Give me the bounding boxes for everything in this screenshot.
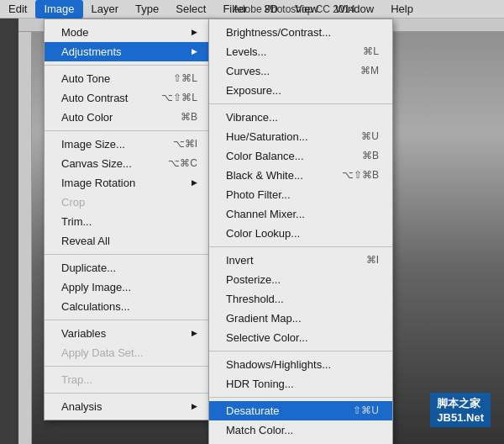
adj-invert-label: Invert <box>226 252 254 268</box>
menu-3d[interactable]: 3D <box>255 0 286 18</box>
adj-shadows-highlights-label: Shadows/Highlights... <box>226 357 331 373</box>
adj-curves[interactable]: Curves... ⌘M <box>209 61 392 81</box>
menu-filter[interactable]: Filter <box>214 0 255 18</box>
adj-exposure[interactable]: Exposure... <box>209 81 392 100</box>
menu-item-variables[interactable]: Variables <box>45 324 211 343</box>
adj-photo-filter[interactable]: Photo Filter... <box>209 185 392 204</box>
image-menu-dropdown: Mode Adjustments Auto Tone ⇧⌘L Auto Cont… <box>44 18 212 420</box>
menu-item-duplicate[interactable]: Duplicate... <box>45 258 211 278</box>
menu-item-auto-tone-label: Auto Tone <box>61 71 110 87</box>
menu-item-mode[interactable]: Mode <box>45 23 211 42</box>
menu-item-trim[interactable]: Trim... <box>45 212 211 231</box>
separator-6 <box>45 393 211 394</box>
menu-item-canvas-size-shortcut: ⌥⌘C <box>168 156 197 172</box>
adj-hue-saturation-shortcut: ⌘U <box>361 129 379 145</box>
menu-item-apply-image[interactable]: Apply Image... <box>45 278 211 297</box>
menu-item-calculations-label: Calculations... <box>61 299 130 314</box>
menu-window[interactable]: Window <box>327 0 382 18</box>
menu-item-analysis[interactable]: Analysis <box>45 397 211 416</box>
adj-posterize[interactable]: Posterize... <box>209 270 392 289</box>
menubar: Edit Image Layer Type Select Filter 3D V… <box>0 0 504 18</box>
menu-item-canvas-size[interactable]: Canvas Size... ⌥⌘C <box>45 154 211 173</box>
menu-item-canvas-size-label: Canvas Size... <box>61 156 132 172</box>
menu-type[interactable]: Type <box>127 0 167 18</box>
adj-color-balance[interactable]: Color Balance... ⌘B <box>209 146 392 166</box>
menu-select[interactable]: Select <box>167 0 214 18</box>
menu-item-image-size-label: Image Size... <box>61 136 125 152</box>
adj-photo-filter-label: Photo Filter... <box>226 187 291 203</box>
adj-gradient-map-label: Gradient Map... <box>226 310 302 326</box>
adj-shadows-highlights[interactable]: Shadows/Highlights... <box>209 355 392 374</box>
menu-item-apply-data-set[interactable]: Apply Data Set... <box>45 343 211 362</box>
menu-item-variables-label: Variables <box>61 325 106 341</box>
adj-hdr-toning[interactable]: HDR Toning... <box>209 374 392 394</box>
menu-item-image-size[interactable]: Image Size... ⌥⌘I <box>45 135 211 154</box>
menu-item-mode-label: Mode <box>61 24 89 40</box>
menu-item-trap[interactable]: Trap... <box>45 370 211 389</box>
menu-item-auto-tone-shortcut: ⇧⌘L <box>173 71 197 87</box>
adj-brightness-contrast-label: Brightness/Contrast... <box>226 24 331 40</box>
menu-item-apply-image-label: Apply Image... <box>61 279 131 295</box>
adj-black-white-label: Black & White... <box>226 167 303 183</box>
adj-hue-saturation[interactable]: Hue/Saturation... ⌘U <box>209 127 392 146</box>
adj-brightness-contrast[interactable]: Brightness/Contrast... <box>209 23 392 42</box>
adj-desaturate-label: Desaturate <box>226 403 280 419</box>
adj-black-white-shortcut: ⌥⇧⌘B <box>342 167 379 183</box>
separator-4 <box>45 320 211 320</box>
watermark-line2: JB51.Net <box>437 411 484 424</box>
adj-invert[interactable]: Invert ⌘I <box>209 251 392 270</box>
adj-levels[interactable]: Levels... ⌘L <box>209 42 392 61</box>
adj-levels-label: Levels... <box>226 44 266 60</box>
adj-desaturate[interactable]: Desaturate ⇧⌘U <box>209 401 392 420</box>
menu-edit[interactable]: Edit <box>0 0 35 18</box>
menu-image[interactable]: Image <box>35 0 82 18</box>
adj-channel-mixer-label: Channel Mixer... <box>226 206 305 222</box>
separator-1 <box>45 65 211 66</box>
menu-item-adjustments[interactable]: Adjustments <box>45 42 211 61</box>
menu-item-auto-contrast[interactable]: Auto Contrast ⌥⇧⌘L <box>45 88 211 108</box>
adj-threshold[interactable]: Threshold... <box>209 289 392 309</box>
adj-curves-shortcut: ⌘M <box>360 63 379 79</box>
adj-replace-color[interactable]: Replace Color... <box>209 440 392 444</box>
menu-item-calculations[interactable]: Calculations... <box>45 297 211 316</box>
adj-sep-3 <box>209 351 392 352</box>
adj-desaturate-shortcut: ⇧⌘U <box>353 403 379 419</box>
menu-item-auto-tone[interactable]: Auto Tone ⇧⌘L <box>45 69 211 88</box>
menu-item-auto-contrast-shortcut: ⌥⇧⌘L <box>161 90 197 106</box>
adj-selective-color[interactable]: Selective Color... <box>209 328 392 347</box>
menu-item-auto-color-label: Auto Color <box>61 109 113 125</box>
menu-layer[interactable]: Layer <box>83 0 128 18</box>
adj-invert-shortcut: ⌘I <box>366 252 379 268</box>
menu-item-reveal-all[interactable]: Reveal All <box>45 231 211 251</box>
menu-item-auto-color[interactable]: Auto Color ⌘B <box>45 108 211 127</box>
watermark-line1: 脚本之家 <box>437 396 484 411</box>
menu-item-crop[interactable]: Crop <box>45 193 211 212</box>
separator-5 <box>45 366 211 367</box>
menu-item-analysis-label: Analysis <box>61 399 102 415</box>
menu-item-trap-label: Trap... <box>61 372 92 388</box>
menu-help[interactable]: Help <box>382 0 422 18</box>
menu-view[interactable]: View <box>286 0 327 18</box>
adj-sep-4 <box>209 397 392 398</box>
adj-color-lookup[interactable]: Color Lookup... <box>209 224 392 243</box>
menu-item-crop-label: Crop <box>61 194 85 210</box>
adj-black-white[interactable]: Black & White... ⌥⇧⌘B <box>209 166 392 185</box>
adj-sep-1 <box>209 103 392 104</box>
adj-selective-color-label: Selective Color... <box>226 330 308 346</box>
adj-channel-mixer[interactable]: Channel Mixer... <box>209 204 392 224</box>
menu-item-image-rotation-label: Image Rotation <box>61 175 135 191</box>
adj-sep-2 <box>209 246 392 247</box>
adj-posterize-label: Posterize... <box>226 272 281 288</box>
adj-threshold-label: Threshold... <box>226 291 284 307</box>
adj-vibrance[interactable]: Vibrance... <box>209 108 392 127</box>
menu-item-duplicate-label: Duplicate... <box>61 260 116 276</box>
menu-item-adjustments-label: Adjustments <box>61 44 122 60</box>
menu-item-image-rotation[interactable]: Image Rotation <box>45 173 211 193</box>
menu-item-auto-color-shortcut: ⌘B <box>181 109 197 125</box>
adj-gradient-map[interactable]: Gradient Map... <box>209 309 392 328</box>
menu-item-trim-label: Trim... <box>61 214 92 230</box>
adj-color-balance-shortcut: ⌘B <box>362 148 379 164</box>
adj-match-color[interactable]: Match Color... <box>209 420 392 440</box>
adjustments-submenu: Brightness/Contrast... Levels... ⌘L Curv… <box>208 18 393 444</box>
menu-item-image-size-shortcut: ⌥⌘I <box>173 136 197 152</box>
